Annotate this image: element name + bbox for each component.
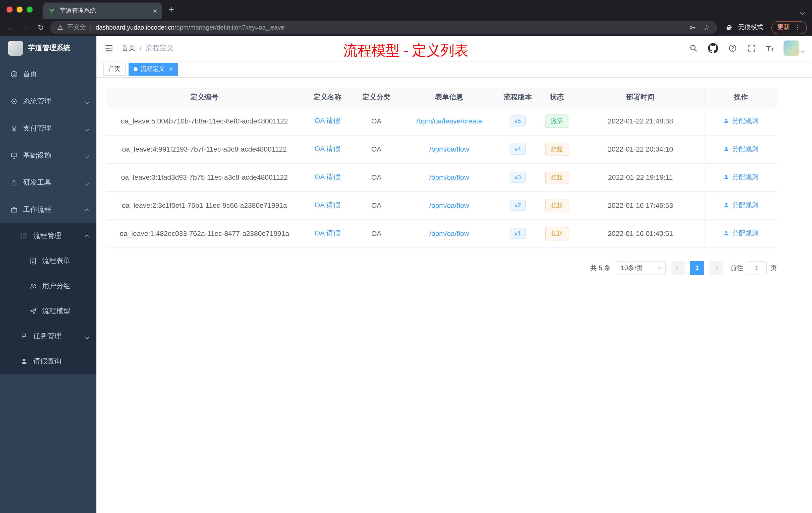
password-key-icon[interactable] <box>688 23 696 31</box>
sidebar-item-system-management[interactable]: 系统管理 <box>0 88 96 115</box>
definition-name-link[interactable]: OA 请假 <box>315 173 341 181</box>
forward-button[interactable]: → <box>20 23 31 32</box>
menu-label: 流程表单 <box>42 256 70 266</box>
assign-rule-button[interactable]: 分配规则 <box>723 229 758 238</box>
browser-tab[interactable]: 芋道管理系统 × <box>43 2 162 19</box>
sidebar-item-user-group[interactable]: 用户分组 <box>0 274 96 299</box>
tab-strip: 芋道管理系统 × + <box>0 0 812 19</box>
window-minimize-button[interactable] <box>17 6 23 12</box>
form-link[interactable]: /bpm/oa/flow <box>429 201 469 209</box>
user-menu[interactable] <box>784 41 804 56</box>
pagination-total: 共 5 条 <box>590 263 611 272</box>
sidebar-item-infrastructure[interactable]: 基础设施 <box>0 142 96 169</box>
assign-rule-button[interactable]: 分配规则 <box>723 145 758 154</box>
sidebar-item-process-management[interactable]: 流程管理 <box>0 223 96 248</box>
cell-definition-id: oa_leave:2:3c1f0ef1-76b1-11ec-9c66-a2380… <box>107 191 302 219</box>
sidebar-toggle-button[interactable] <box>96 44 121 53</box>
chevron-up-icon <box>85 232 88 240</box>
tab-search-chevron-icon[interactable] <box>801 7 804 16</box>
url-path: /bpm/manager/definition?key=oa_leave <box>174 24 284 31</box>
browser-toolbar: ← → ↻ ⚠ 不安全 | dashboard.yudao.iocoder.cn… <box>0 19 812 36</box>
column-header: 定义分类 <box>352 88 400 107</box>
monitor-icon <box>10 152 18 160</box>
gear-icon <box>10 97 18 105</box>
page-number-button[interactable]: 1 <box>690 261 704 275</box>
back-button[interactable]: ← <box>5 23 16 32</box>
goto-page: 前往 页 <box>730 261 777 275</box>
update-label[interactable]: 更新 <box>777 23 790 32</box>
chevron-down-icon <box>85 152 88 160</box>
assign-rule-button[interactable]: 分配规则 <box>723 173 758 182</box>
form-link[interactable]: /bpm/oa/flow <box>429 230 469 237</box>
chevron-down-icon <box>658 265 661 269</box>
definition-name-link[interactable]: OA 请假 <box>315 201 341 209</box>
cell-definition-id: oa_leave:5:004b710b-7b8a-11ec-8ef0-acde4… <box>107 107 302 135</box>
sidebar-item-process-model[interactable]: 流程模型 <box>0 299 96 324</box>
column-header: 操作 <box>704 88 777 107</box>
form-link[interactable]: /bpm/oa/flow <box>429 145 469 153</box>
font-size-icon[interactable]: TT <box>766 44 774 53</box>
user-icon <box>723 146 730 152</box>
help-icon[interactable] <box>728 44 737 53</box>
version-badge: v1 <box>510 228 526 239</box>
version-badge: v2 <box>510 200 526 211</box>
chevron-down-icon <box>85 332 88 340</box>
form-link[interactable]: /bpm/oa/leave/create <box>416 117 482 125</box>
goto-input[interactable] <box>747 261 767 275</box>
cell-deploy-time: 2022-01-22 19:19:11 <box>577 163 704 191</box>
new-tab-button[interactable]: + <box>168 4 174 14</box>
goto-label: 前往 <box>730 263 743 272</box>
update-button[interactable]: 更新 ⋮ <box>771 21 807 34</box>
cell-category: OA <box>352 135 400 163</box>
browser-menu-icon[interactable]: ⋮ <box>794 24 801 31</box>
tag-process-definition[interactable]: 流程定义 × <box>128 62 177 76</box>
tag-home[interactable]: 首页 <box>104 62 125 76</box>
omnibox-actions: ☆ <box>688 23 710 32</box>
sidebar-item-task-management[interactable]: 任务管理 <box>0 324 96 349</box>
assign-rule-button[interactable]: 分配规则 <box>723 201 758 210</box>
avatar[interactable] <box>784 41 799 56</box>
search-icon[interactable] <box>689 44 698 53</box>
menu-label: 系统管理 <box>23 97 51 106</box>
status-badge: 挂起 <box>545 227 569 240</box>
definition-name-link[interactable]: OA 请假 <box>315 145 341 153</box>
sidebar-item-workflow[interactable]: 工作流程 <box>0 196 96 223</box>
definition-name-link[interactable]: OA 请假 <box>315 117 341 124</box>
chevron-right-icon <box>714 266 718 270</box>
window-zoom-button[interactable] <box>27 6 33 12</box>
column-header: 定义编号 <box>107 88 302 107</box>
chevron-up-icon <box>85 206 88 214</box>
address-bar[interactable]: ⚠ 不安全 | dashboard.yudao.iocoder.cn/bpm/m… <box>50 21 717 34</box>
sidebar-item-leave-query[interactable]: 请假查询 <box>0 349 96 374</box>
table-header-row: 定义编号 定义名称 定义分类 表单信息 流程版本 状态 部署时间 操作 <box>107 88 777 107</box>
form-link[interactable]: /bpm/oa/flow <box>429 173 469 181</box>
security-warning-icon: ⚠ <box>57 24 63 31</box>
bookmark-star-icon[interactable]: ☆ <box>703 23 710 32</box>
breadcrumb: 首页 / 流程定义 <box>121 44 174 53</box>
user-icon <box>723 174 730 180</box>
table-row: oa_leave:3:1fad3d93-7b75-11ec-a3c8-acde4… <box>107 163 777 191</box>
prev-page-button[interactable] <box>671 261 685 275</box>
assign-rule-button[interactable]: 分配规则 <box>723 117 758 125</box>
breadcrumb-home[interactable]: 首页 <box>121 44 136 53</box>
fullscreen-icon[interactable] <box>747 44 756 53</box>
tag-close-icon[interactable]: × <box>169 66 173 72</box>
sidebar-item-process-form[interactable]: 流程表单 <box>0 248 96 274</box>
definition-name-link[interactable]: OA 请假 <box>315 229 341 237</box>
security-label[interactable]: 不安全 <box>67 23 86 32</box>
reload-button[interactable]: ↻ <box>35 23 46 32</box>
menu-label: 工作流程 <box>23 205 51 214</box>
window-close-button[interactable] <box>6 6 12 12</box>
sidebar-item-home[interactable]: 首页 <box>0 61 96 88</box>
github-icon[interactable] <box>708 43 718 53</box>
next-page-button[interactable] <box>709 261 723 275</box>
sidebar-item-dev-tools[interactable]: 研发工具 <box>0 169 96 196</box>
user-icon <box>723 202 730 209</box>
tab-close-icon[interactable]: × <box>153 7 157 14</box>
app-logo[interactable]: 芋道管理系统 <box>0 36 96 61</box>
users-icon <box>29 282 37 290</box>
cell-deploy-time: 2022-01-16 17:46:53 <box>577 191 704 219</box>
sidebar: 芋道管理系统 首页 系统管理 ¥ 支付管 <box>0 36 96 513</box>
page-size-select[interactable]: 10条/页 <box>616 261 666 275</box>
sidebar-item-payment-management[interactable]: ¥ 支付管理 <box>0 115 96 142</box>
